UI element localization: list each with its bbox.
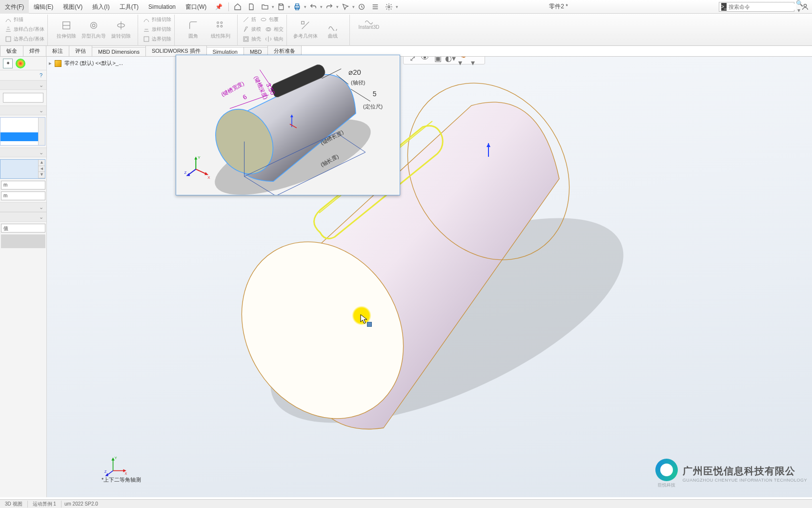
svg-rect-1 (296, 4, 299, 6)
menu-edit[interactable]: 编辑(E) (29, 0, 58, 14)
pm-help-icon[interactable]: ? (0, 70, 46, 80)
svg-text:Z: Z (184, 170, 186, 175)
menu-view[interactable]: 视图(V) (58, 0, 87, 14)
pm-section-1[interactable] (0, 80, 46, 90)
pm-section-2[interactable] (0, 106, 46, 115)
svg-rect-21 (302, 21, 304, 24)
svg-point-5 (804, 4, 806, 6)
command-search[interactable]: >_ 🔍▾ (719, 2, 794, 12)
svg-text:Y: Y (198, 155, 201, 160)
extrude-cut-button[interactable]: 拉伸切除 (53, 15, 80, 45)
undo-icon[interactable] (307, 1, 319, 13)
tab-sheetmetal[interactable]: 钣金 (0, 45, 23, 56)
instant3d-button[interactable]: Instant3D (352, 15, 386, 30)
intersect-button[interactable]: 相交 (265, 24, 284, 34)
command-search-input[interactable] (729, 4, 796, 10)
expand-triangle-icon[interactable]: ▸ (49, 60, 52, 66)
pm-section-5[interactable] (0, 212, 46, 222)
hole-wizard-button[interactable]: 异型孔向导 (80, 15, 107, 45)
redo-icon[interactable] (324, 1, 335, 13)
home-icon[interactable] (232, 1, 244, 13)
inset-five: 5 (373, 90, 377, 98)
menu-insert[interactable]: 插入(I) (87, 0, 114, 14)
svg-rect-6 (6, 37, 11, 42)
boundary-boss-button[interactable]: 边界凸台/基体 (5, 34, 44, 44)
sweep-cut-button[interactable]: 扫描切除 (143, 15, 171, 24)
pm-listbox[interactable] (0, 117, 45, 146)
new-icon[interactable] (245, 1, 257, 13)
pm-preview-box (1, 234, 45, 248)
scrollbar[interactable] (38, 118, 45, 145)
part-icon (55, 60, 61, 67)
company-short-name: 臣悦科技 (655, 482, 678, 488)
wrap-button[interactable]: 包覆 (260, 15, 279, 24)
ref-geom-button[interactable]: 参考几何体 (292, 15, 319, 45)
rib-button[interactable]: 筋 (243, 15, 256, 24)
tab-motion-study[interactable]: 运动算例 1 (28, 501, 61, 508)
pm-unit-box-1[interactable]: m (1, 181, 45, 190)
pm-section-4[interactable] (0, 202, 46, 212)
pm-selection-box[interactable]: ▲◄▼ (0, 159, 45, 179)
pm-tab-feature-icon[interactable]: ✦ (3, 59, 13, 68)
user-icon[interactable] (799, 1, 811, 13)
mouse-cursor (360, 314, 368, 326)
tab-3d-view[interactable]: 3D 视图 (0, 501, 28, 508)
linear-pattern-button[interactable]: 线性阵列 (207, 15, 234, 45)
svg-rect-19 (244, 37, 248, 42)
svg-point-12 (217, 22, 219, 24)
inset-dia: ⌀20 (348, 68, 361, 76)
pm-unit-box-2[interactable]: m (1, 191, 45, 200)
version-label: um 2022 SP2.0 (64, 501, 98, 507)
menu-simulation[interactable]: Simulation (143, 0, 181, 14)
feature-tree-root-label[interactable]: 零件2 (默认) <<默认>_... (64, 60, 123, 67)
menu-tools[interactable]: 工具(T) (115, 0, 143, 14)
pm-text-field-1[interactable] (3, 93, 43, 103)
curves-button[interactable]: 曲线 (319, 15, 346, 45)
options-list-icon[interactable] (369, 1, 381, 13)
tab-weldment[interactable]: 焊件 (23, 45, 46, 56)
view-triad: Y X Z (104, 454, 128, 478)
pm-tab-appearance-icon[interactable] (16, 59, 25, 68)
svg-rect-11 (144, 37, 149, 42)
shell-button[interactable]: 抽壳 (243, 34, 261, 44)
save-icon[interactable] (275, 1, 287, 13)
company-name-en: GUANGZHOU CHENYUE INFORMATION TECHNOLOGY (683, 478, 807, 483)
svg-point-16 (261, 18, 266, 21)
menu-window[interactable]: 窗口(W) (181, 0, 211, 14)
view-orientation-note: *上下二等角轴测 (102, 476, 141, 484)
boundary-cut-button[interactable]: 边界切除 (143, 34, 171, 44)
spinner-up-icon[interactable]: ▲ (39, 160, 45, 166)
menu-bar: 文件(F) 编辑(E) 视图(V) 插入(I) 工具(T) Simulation… (0, 0, 812, 14)
draft-button[interactable]: 拔模 (243, 24, 261, 34)
gear-icon[interactable] (383, 1, 395, 13)
svg-text:Y: Y (115, 456, 117, 460)
command-tab-strip: 钣金 焊件 标注 评估 MBD Dimensions SOLIDWORKS 插件… (0, 46, 812, 57)
fillet-button[interactable]: 圆角 (180, 15, 207, 45)
pm-section-3[interactable] (0, 148, 46, 157)
sweep-button[interactable]: 扫描 (5, 15, 44, 24)
spinner-down-icon[interactable]: ▼ (39, 172, 45, 178)
dimension-preview-window[interactable]: ⌀20 (轴径) 5 (定位尺) 3.50 (键槽深度) 6 (键槽宽度) (键… (176, 55, 400, 195)
tab-mbd-dim[interactable]: MBD Dimensions (92, 47, 146, 56)
rebuild-icon[interactable] (356, 1, 367, 13)
feature-tree-breadcrumb[interactable]: ▸ 零件2 (默认) <<默认>_... (49, 60, 123, 67)
mirror-button[interactable]: 镜向 (265, 34, 284, 44)
pin-icon[interactable]: 📌 (211, 3, 226, 10)
revolve-cut-button[interactable]: 旋转切除 (107, 15, 135, 45)
spinner-mid-icon[interactable]: ◄ (39, 166, 45, 172)
document-title: 零件2 * (398, 2, 719, 11)
svg-marker-47 (194, 157, 197, 160)
inset-axis-dia: (轴径) (351, 80, 365, 85)
menu-file[interactable]: 文件(F) (0, 0, 29, 14)
loft-boss-button[interactable]: 放样凸台/基体 (5, 24, 44, 34)
svg-point-15 (221, 25, 223, 27)
open-icon[interactable] (259, 1, 271, 13)
tab-annotate[interactable]: 标注 (46, 45, 69, 56)
command-prompt-icon: >_ (721, 3, 727, 11)
select-icon[interactable] (340, 1, 351, 13)
svg-marker-50 (204, 172, 208, 175)
loft-cut-button[interactable]: 放样切除 (143, 24, 171, 34)
tab-evaluate[interactable]: 评估 (69, 45, 92, 56)
print-icon[interactable] (291, 1, 303, 13)
graphics-viewport[interactable]: ⤢ 👁 ▣ ◐▾ 🎨▾ 🖥▾ (47, 57, 812, 497)
